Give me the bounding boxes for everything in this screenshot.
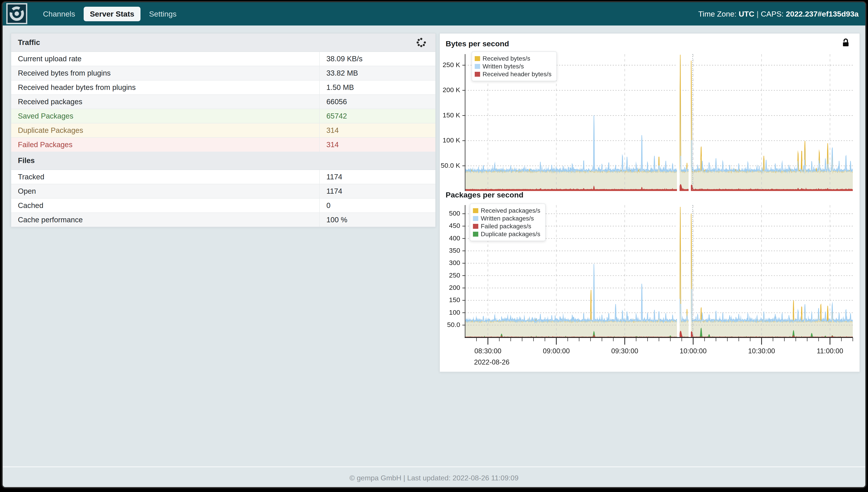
row-label: Duplicate Packages [11, 123, 319, 137]
tab-server-stats[interactable]: Server Stats [84, 7, 141, 21]
legend-item: Received header bytes/s [475, 70, 551, 78]
row-value: 1.50 MB [319, 80, 435, 94]
table-row: Duplicate Packages314 [11, 123, 435, 137]
caps-logo-glyph [8, 4, 26, 23]
row-label: Received header bytes from plugins [11, 80, 319, 94]
row-label: Cached [11, 199, 319, 213]
row-label: Current upload rate [11, 52, 319, 66]
legend-label: Failed packages/s [481, 223, 531, 230]
row-label: Failed Packages [11, 138, 319, 152]
legend-item: Written bytes/s [475, 63, 551, 70]
row-value: 100 % [319, 213, 435, 227]
nav-separator: | [756, 9, 758, 18]
table-row: Received packages66056 [11, 94, 435, 109]
table-row: Received header bytes from plugins1.50 M… [11, 80, 435, 94]
table-row: Current upload rate38.09 KB/s [11, 52, 435, 66]
legend-item: Failed packages/s [473, 222, 540, 230]
legend-swatch [473, 224, 478, 229]
row-value: 0 [319, 199, 435, 213]
loading-spinner-icon [416, 38, 426, 48]
files-title: Files [18, 156, 35, 165]
table-row: Open1174 [11, 184, 435, 198]
footer-text: © gempa GmbH | Last updated: 2022-08-26 … [3, 471, 865, 485]
legend-swatch [475, 64, 480, 69]
charts-card: Bytes per second Received bytes/sWritten… [439, 33, 860, 372]
tab-channels[interactable]: Channels [37, 7, 81, 21]
legend-label: Duplicate packages/s [481, 230, 540, 238]
files-section-header: Files [11, 152, 435, 170]
legend-label: Received header bytes/s [483, 71, 551, 78]
timezone-value: UTC [739, 9, 754, 18]
tab-settings[interactable]: Settings [143, 7, 183, 21]
row-label: Open [11, 184, 319, 198]
table-row: Failed Packages314 [11, 137, 435, 152]
legend-item: Duplicate packages/s [473, 230, 540, 238]
nav-status: Time Zone: UTC | CAPS: 2022.237#ef135d93… [696, 2, 859, 25]
table-row: Cached0 [11, 198, 435, 213]
legend-swatch [475, 72, 480, 77]
row-label: Cache performance [11, 213, 319, 227]
chart1-legend: Received bytes/sWritten bytes/sReceived … [472, 51, 557, 81]
legend-label: Written bytes/s [483, 63, 524, 70]
timezone-label: Time Zone: [698, 9, 737, 18]
row-value: 65742 [319, 109, 435, 123]
caps-logo-icon[interactable] [6, 3, 27, 24]
row-label: Received packages [11, 95, 319, 109]
legend-label: Received bytes/s [483, 55, 530, 62]
row-label: Received bytes from plugins [11, 66, 319, 80]
traffic-table: Current upload rate38.09 KB/sReceived by… [11, 52, 435, 152]
row-value: 1174 [319, 170, 435, 184]
legend-label: Written packages/s [481, 215, 534, 222]
footer-divider [3, 467, 865, 467]
row-value: 314 [319, 138, 435, 152]
row-value: 33.82 MB [319, 66, 435, 80]
server-stats-card: Traffic Current upload rate38.09 KB/sRec… [11, 33, 436, 227]
legend-swatch [473, 232, 478, 237]
row-label: Tracked [11, 170, 319, 184]
legend-label: Received packages/s [481, 207, 540, 214]
row-value: 38.09 KB/s [319, 52, 435, 66]
caps-version: 2022.237#ef135d93a [786, 9, 859, 18]
files-table: Tracked1174Open1174Cached0Cache performa… [11, 170, 435, 227]
legend-item: Written packages/s [473, 215, 540, 222]
legend-item: Received packages/s [473, 207, 540, 215]
row-value: 314 [319, 123, 435, 137]
legend-item: Received bytes/s [475, 54, 551, 63]
traffic-title: Traffic [18, 38, 40, 47]
legend-swatch [475, 56, 480, 61]
lock-open-icon[interactable] [842, 38, 850, 47]
table-row: Saved Packages65742 [11, 109, 435, 123]
nav-tabs: ChannelsServer StatsSettings [37, 2, 183, 25]
caps-label: CAPS: [761, 9, 783, 18]
legend-swatch [473, 208, 478, 213]
table-row: Tracked1174 [11, 170, 435, 184]
app-window: ChannelsServer StatsSettings Time Zone: … [3, 2, 865, 487]
table-row: Received bytes from plugins33.82 MB [11, 66, 435, 80]
top-nav: ChannelsServer StatsSettings Time Zone: … [3, 2, 865, 25]
table-row: Cache performance100 % [11, 213, 435, 227]
legend-swatch [473, 216, 478, 221]
row-value: 1174 [319, 184, 435, 198]
chart1-title: Bytes per second [445, 39, 509, 48]
chart2-title: Packages per second [445, 191, 524, 199]
traffic-section-header: Traffic [11, 33, 435, 52]
row-value: 66056 [319, 95, 435, 109]
row-label: Saved Packages [11, 109, 319, 123]
chart2-legend: Received packages/sWritten packages/sFai… [470, 203, 546, 241]
